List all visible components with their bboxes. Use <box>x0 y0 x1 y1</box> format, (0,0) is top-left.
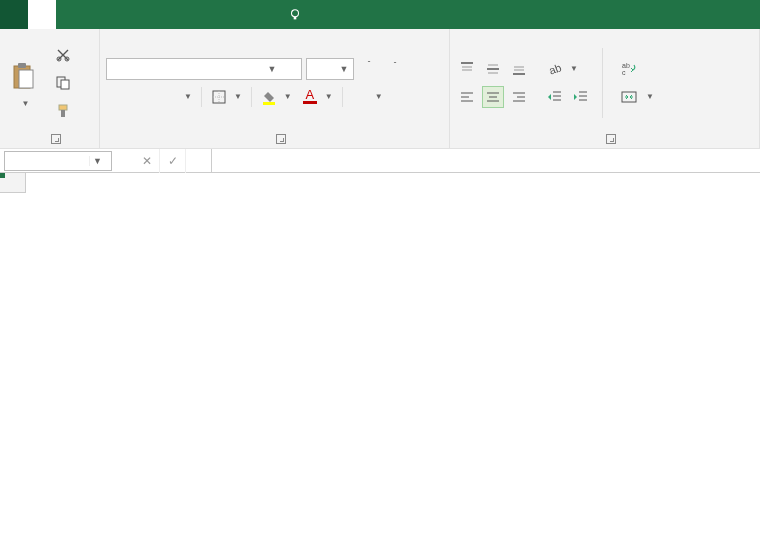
borders-icon <box>212 90 226 104</box>
wrap-text-icon: abc <box>621 61 637 77</box>
orientation-dropdown[interactable]: ▼ <box>566 58 581 80</box>
align-right-button[interactable] <box>508 86 530 108</box>
fill-color-dropdown[interactable]: ▼ <box>280 86 295 108</box>
worksheet[interactable] <box>0 173 760 538</box>
orientation-icon: ab <box>547 61 563 77</box>
scissors-icon <box>56 48 70 62</box>
wrap-text-button[interactable]: abc <box>617 58 658 80</box>
format-painter-button[interactable] <box>52 100 74 122</box>
alignment-dialog-launcher[interactable] <box>606 134 616 144</box>
tab-review[interactable] <box>168 0 196 29</box>
tab-help[interactable] <box>224 0 252 29</box>
font-color-dropdown[interactable]: ▼ <box>321 86 336 108</box>
ribbon-tabs <box>0 0 760 29</box>
chevron-down-icon[interactable]: ▼ <box>265 64 279 74</box>
fill-color-button[interactable] <box>258 86 280 108</box>
copy-button[interactable] <box>52 72 74 94</box>
align-left-button[interactable] <box>456 86 478 108</box>
align-bottom-icon <box>511 61 527 77</box>
copy-icon <box>56 76 70 90</box>
svg-rect-42 <box>622 92 636 102</box>
formula-bar: ▼ ✕ ✓ <box>0 149 760 173</box>
merge-icon <box>621 89 637 105</box>
decrease-indent-button[interactable] <box>544 86 566 108</box>
increase-indent-icon <box>573 89 589 105</box>
name-box[interactable]: ▼ <box>4 151 112 171</box>
cancel-formula-button[interactable]: ✕ <box>134 149 160 173</box>
brush-icon <box>56 104 70 118</box>
bold-button[interactable] <box>106 86 128 108</box>
paste-button[interactable] <box>6 57 42 97</box>
svg-text:ab: ab <box>547 61 563 76</box>
borders-dropdown[interactable]: ▼ <box>230 86 245 108</box>
font-color-button[interactable]: A <box>299 86 321 108</box>
increase-font-button[interactable]: ˆ <box>358 58 380 80</box>
group-clipboard: ▼ <box>0 29 100 148</box>
svg-rect-8 <box>61 80 69 89</box>
font-size-input[interactable] <box>307 59 337 79</box>
svg-point-0 <box>292 9 299 16</box>
name-box-input[interactable] <box>5 154 89 168</box>
svg-rect-4 <box>18 63 26 68</box>
align-right-icon <box>511 89 527 105</box>
tab-baidu-netdisk[interactable] <box>252 0 280 29</box>
bucket-icon <box>261 89 277 105</box>
underline-button[interactable] <box>158 86 180 108</box>
svg-rect-1 <box>294 16 297 19</box>
font-name-input[interactable] <box>107 59 265 79</box>
insert-function-button[interactable] <box>186 149 212 173</box>
font-name-combo[interactable]: ▼ <box>106 58 302 80</box>
phonetic-dropdown[interactable]: ▼ <box>371 86 386 108</box>
clipboard-icon <box>11 62 37 92</box>
group-font: ▼ ▼ ˆ ˇ ▼ <box>100 29 450 148</box>
svg-rect-9 <box>59 105 67 110</box>
font-size-combo[interactable]: ▼ <box>306 58 354 80</box>
decrease-indent-icon <box>547 89 563 105</box>
tell-me-search[interactable] <box>280 0 314 29</box>
check-icon: ✓ <box>168 154 178 168</box>
underline-dropdown[interactable]: ▼ <box>180 86 195 108</box>
svg-text:c: c <box>622 69 626 76</box>
tab-file[interactable] <box>0 0 28 29</box>
align-bottom-button[interactable] <box>508 58 530 80</box>
phonetic-button[interactable] <box>349 86 371 108</box>
group-alignment: ab ▼ abc <box>450 29 760 148</box>
tab-data[interactable] <box>140 0 168 29</box>
chevron-down-icon[interactable]: ▼ <box>337 64 351 74</box>
svg-text:ab: ab <box>622 62 630 69</box>
tab-view[interactable] <box>196 0 224 29</box>
paste-label[interactable]: ▼ <box>19 99 30 108</box>
align-top-button[interactable] <box>456 58 478 80</box>
borders-button[interactable] <box>208 86 230 108</box>
tab-formulas[interactable] <box>112 0 140 29</box>
cut-button[interactable] <box>52 44 74 66</box>
formula-input[interactable] <box>212 150 760 172</box>
merge-center-button[interactable]: ▼ <box>617 86 658 108</box>
increase-indent-button[interactable] <box>570 86 592 108</box>
clipboard-dialog-launcher[interactable] <box>51 134 61 144</box>
x-icon: ✕ <box>142 154 152 168</box>
svg-rect-3 <box>19 70 33 88</box>
enter-formula-button[interactable]: ✓ <box>160 149 186 173</box>
tab-insert[interactable] <box>56 0 84 29</box>
align-center-button[interactable] <box>482 86 504 108</box>
decrease-font-button[interactable]: ˇ <box>384 58 406 80</box>
ribbon: ▼ ▼ ▼ <box>0 29 760 149</box>
align-middle-icon <box>485 61 501 77</box>
svg-rect-10 <box>61 110 65 117</box>
italic-button[interactable] <box>132 86 154 108</box>
align-middle-button[interactable] <box>482 58 504 80</box>
align-left-icon <box>459 89 475 105</box>
font-dialog-launcher[interactable] <box>276 134 286 144</box>
align-center-icon <box>485 89 501 105</box>
tab-home[interactable] <box>28 0 56 29</box>
orientation-button[interactable]: ab <box>544 58 566 80</box>
lightbulb-icon <box>288 8 302 22</box>
chevron-down-icon[interactable]: ▼ <box>89 156 105 166</box>
svg-rect-14 <box>263 102 275 105</box>
select-all-corner[interactable] <box>0 173 26 193</box>
tab-page-layout[interactable] <box>84 0 112 29</box>
align-top-icon <box>459 61 475 77</box>
